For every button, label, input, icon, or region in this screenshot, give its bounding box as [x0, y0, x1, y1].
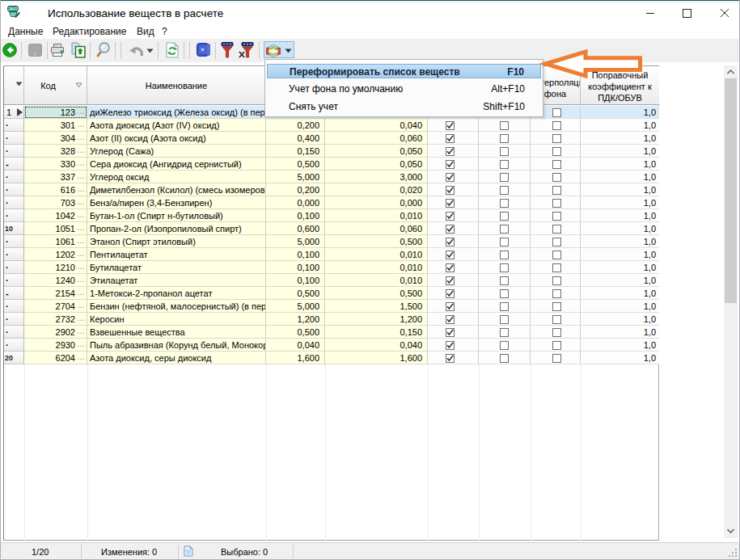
svg-text:ЭКО: ЭКО: [8, 6, 18, 11]
